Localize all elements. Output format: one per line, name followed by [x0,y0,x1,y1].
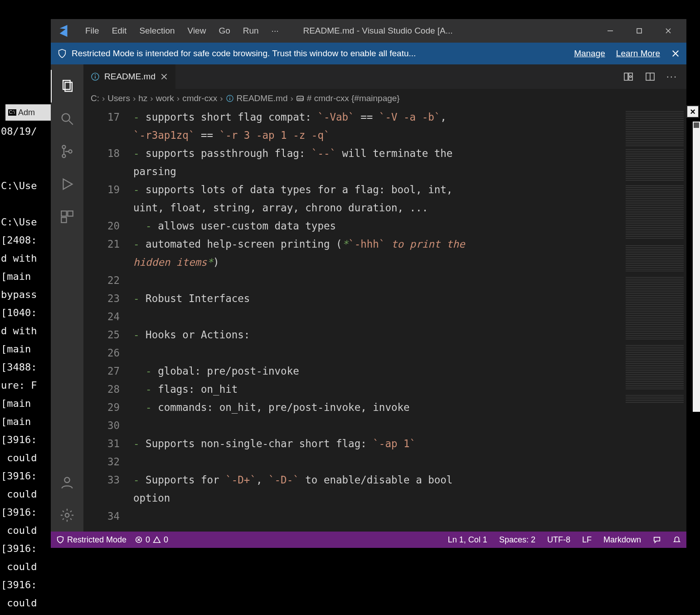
tab-actions: ··· [623,64,686,89]
bell-icon [673,536,681,544]
status-notifications[interactable] [673,536,681,544]
activity-explorer[interactable] [51,70,83,102]
svg-marker-15 [63,179,73,190]
svg-point-28 [630,76,632,78]
shield-icon [57,49,67,59]
svg-point-19 [64,478,69,483]
terminal-icon: C:\ [8,109,16,116]
menu-overflow[interactable]: ··· [265,26,285,36]
svg-rect-26 [624,73,628,80]
code-content[interactable]: - supports short flag compat: `-Vab` == … [133,108,623,532]
activity-manage[interactable] [51,499,83,532]
tab-label: README.md [104,72,156,82]
window-minimize-button[interactable] [596,19,625,43]
activity-accounts[interactable] [51,466,83,499]
tab-more-icon[interactable]: ··· [666,71,677,83]
svg-line-11 [69,121,73,125]
svg-point-12 [62,146,65,149]
info-icon [226,94,234,102]
symbol-icon: abc [296,94,304,102]
breadcrumb-seg[interactable]: Users [107,93,130,103]
banner-close-icon[interactable] [671,49,680,58]
svg-point-33 [229,97,230,98]
warning-icon [153,536,161,544]
activity-search[interactable] [51,102,83,135]
status-eol[interactable]: LF [582,535,592,545]
banner-manage-link[interactable]: Manage [574,49,605,59]
line-gutter: 171819202122232425262728293031323334 [83,108,133,532]
banner-learn-more-link[interactable]: Learn More [616,49,660,59]
menu-run[interactable]: Run [237,26,265,36]
status-restricted-mode[interactable]: Restricted Mode [56,535,126,545]
svg-rect-18 [61,217,66,222]
breadcrumb-seg[interactable]: README.md [237,93,288,103]
breadcrumb-seg[interactable]: # cmdr-cxx {#mainpage} [307,93,400,103]
tab-close-icon[interactable] [160,73,168,81]
banner-message: Restricted Mode is intended for safe cod… [72,49,563,59]
vscode-logo-icon [57,24,71,38]
feedback-icon [653,536,661,544]
svg-rect-27 [629,73,632,80]
status-feedback[interactable] [653,536,661,544]
editor-body[interactable]: 171819202122232425262728293031323334 - s… [83,108,686,532]
svg-rect-3 [637,29,642,33]
activity-bar [51,64,83,532]
window-maximize-button[interactable] [625,19,654,43]
svg-point-10 [62,114,70,122]
terminal-scrollbar[interactable] [693,122,700,412]
status-bar: Restricted Mode 0 0 Ln 1, Col 1 Spaces: … [51,532,686,548]
menu-edit[interactable]: Edit [106,26,133,36]
svg-rect-16 [61,211,66,216]
status-encoding[interactable]: UTF-8 [547,535,570,545]
breadcrumb-seg[interactable]: work [156,93,174,103]
editor-tabs: README.md ··· [83,64,686,89]
status-indentation[interactable]: Spaces: 2 [499,535,535,545]
minimap[interactable] [623,108,686,532]
activity-run-debug[interactable] [51,168,83,200]
terminal-close-button[interactable]: × [686,105,699,118]
menu-selection[interactable]: Selection [133,26,181,36]
svg-rect-8 [63,80,70,89]
tab-readme[interactable]: README.md [83,64,175,89]
svg-point-23 [95,74,96,75]
status-language[interactable]: Markdown [603,535,641,545]
split-editor-icon[interactable] [645,71,656,82]
svg-text:C:\: C:\ [9,110,15,115]
shield-icon [56,536,64,544]
breadcrumbs[interactable]: C:› Users› hz› work› cmdr-cxx› README.md… [83,89,686,108]
window-close-button[interactable] [654,19,683,43]
svg-rect-17 [68,211,73,216]
terminal-scroll-thumb[interactable] [694,122,699,128]
menu-view[interactable]: View [181,26,213,36]
status-cursor-position[interactable]: Ln 1, Col 1 [448,535,487,545]
svg-point-14 [69,150,72,153]
svg-text:abc: abc [298,97,304,101]
titlebar: File Edit Selection View Go Run ··· READ… [51,19,686,43]
breadcrumb-seg[interactable]: C: [91,93,99,103]
breadcrumb-seg[interactable]: hz [138,93,147,103]
vscode-window: File Edit Selection View Go Run ··· READ… [51,19,686,548]
menu-go[interactable]: Go [212,26,236,36]
breadcrumb-seg[interactable]: cmdr-cxx [182,93,217,103]
svg-point-13 [62,154,65,157]
activity-extensions[interactable] [51,200,83,233]
status-problems[interactable]: 0 0 [135,535,168,545]
activity-source-control[interactable] [51,135,83,168]
error-icon [135,536,143,544]
info-icon [91,72,100,81]
svg-point-20 [65,513,69,517]
open-preview-icon[interactable] [623,71,634,82]
terminal-tab: C:\ Adm [5,104,51,121]
menu-file[interactable]: File [79,26,106,36]
svg-rect-9 [65,83,72,92]
terminal-tab-label: Adm [18,108,35,117]
restricted-mode-banner: Restricted Mode is intended for safe cod… [51,43,686,64]
window-title: README.md - Visual Studio Code [A... [285,26,596,36]
